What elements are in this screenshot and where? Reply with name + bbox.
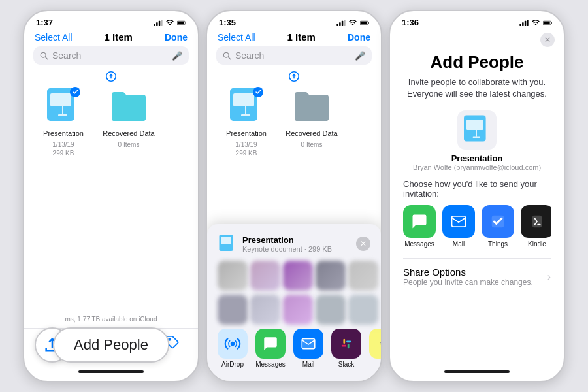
mail-svg — [300, 335, 317, 352]
invite-kindle[interactable]: Kindle — [521, 205, 551, 248]
slack-label: Slack — [338, 361, 354, 368]
svg-rect-2 — [159, 20, 161, 25]
inv-kindle-svg — [528, 212, 546, 231]
storage-status-1: ms, 1.77 TB available on iCloud — [24, 316, 198, 323]
file-label-recovered-1: Recovered Data — [103, 129, 155, 138]
keynote-icon-2 — [227, 87, 266, 126]
file-item-recovered-2[interactable]: Recovered Data 0 Items — [286, 87, 338, 157]
invite-apps-row: Messages Mail Things — [403, 205, 551, 248]
invite-mail[interactable]: Mail — [442, 205, 475, 248]
svg-rect-32 — [241, 114, 250, 116]
share-options-row[interactable]: Share Options People you invite can make… — [403, 258, 551, 295]
svg-rect-0 — [154, 24, 155, 25]
add-people-title: Add People — [403, 52, 551, 73]
thumb-2 — [250, 261, 280, 291]
home-indicator-wrap-3 — [390, 363, 564, 381]
share-messages[interactable]: Messages — [255, 329, 286, 368]
file-item-presentation-1[interactable]: Presentation 1/13/19 299 KB — [37, 87, 90, 157]
phone-3: 1:36 ✕ Add People Invite people to colla… — [389, 10, 565, 382]
file-icon-presentation-2 — [227, 87, 266, 126]
phone-2: 1:35 Select All 1 Item Done Search 🎤 — [206, 10, 382, 382]
invite-kindle-icon — [521, 205, 551, 238]
send-invitation-label: Choose how you'd like to send your invit… — [403, 179, 551, 199]
select-all-btn-2[interactable]: Select All — [218, 32, 255, 42]
slack-svg — [339, 336, 353, 351]
share-sheet: Presentation Keynote document · 299 KB ✕ — [207, 224, 381, 381]
svg-point-6 — [41, 52, 46, 57]
done-btn-2[interactable]: Done — [348, 32, 370, 42]
svg-rect-55 — [473, 137, 480, 138]
thumb-6 — [218, 295, 248, 325]
nav-bar-2: Select All 1 Item Done — [207, 30, 381, 46]
search-placeholder-2: Search — [235, 50, 351, 61]
file-item-recovered-1[interactable]: Recovered Data 0 Items — [103, 87, 155, 157]
svg-rect-13 — [58, 114, 67, 116]
share-snap[interactable]: Sn — [369, 329, 382, 368]
search-bar-2[interactable]: Search 🎤 — [216, 46, 372, 65]
done-btn-1[interactable]: Done — [165, 32, 188, 42]
messages-label: Messages — [255, 361, 286, 368]
pres-icon-box — [457, 110, 497, 150]
airdrop-icon-bg — [218, 329, 248, 359]
svg-rect-53 — [466, 120, 483, 130]
inv-messages-label: Messages — [404, 240, 434, 248]
presentation-preview: Presentation Bryan Wolfe (bryanmwolfe@ic… — [403, 110, 551, 171]
thumb-8 — [283, 295, 313, 325]
select-all-btn-1[interactable]: Select All — [35, 32, 73, 42]
mic-icon-2: 🎤 — [355, 51, 365, 61]
upload-icon-1 — [106, 71, 116, 82]
svg-rect-44 — [342, 345, 346, 347]
inv-things-svg — [489, 212, 507, 231]
invite-messages[interactable]: Messages — [403, 205, 436, 248]
thumb-1 — [218, 261, 248, 291]
invite-messages-icon — [403, 205, 436, 238]
svg-rect-3 — [161, 20, 163, 26]
inv-kindle-label: Kindle — [528, 240, 546, 248]
svg-rect-31 — [245, 106, 246, 114]
svg-line-7 — [45, 57, 47, 59]
file-label-presentation-2: Presentation — [226, 129, 267, 138]
time-1: 1:37 — [36, 18, 53, 27]
svg-rect-19 — [336, 24, 338, 25]
folder-icon-1 — [109, 87, 148, 123]
battery-icon-3 — [543, 20, 552, 26]
home-indicator-3 — [444, 370, 510, 373]
time-2: 1:35 — [219, 18, 236, 27]
svg-rect-47 — [522, 22, 524, 26]
invite-things[interactable]: Things — [482, 205, 514, 248]
signal-icon-2 — [336, 20, 346, 26]
close-btn-3[interactable]: ✕ — [540, 33, 555, 47]
item-count-1: 1 Item — [105, 31, 133, 42]
file-item-presentation-2[interactable]: Presentation 1/13/19 299 KB — [220, 87, 272, 157]
search-bar-1[interactable]: Search 🎤 — [33, 46, 189, 65]
status-bar-2: 1:35 — [207, 11, 381, 30]
pres-keynote-icon — [461, 114, 493, 146]
files-grid-1: Presentation 1/13/19 299 KB Recovered Da… — [24, 87, 198, 164]
share-mail[interactable]: Mail — [293, 329, 323, 368]
mail-label: Mail — [302, 361, 314, 368]
svg-rect-56 — [452, 216, 466, 227]
thumb-row-2 — [218, 295, 370, 325]
svg-rect-22 — [344, 20, 346, 26]
file-meta-presentation-1: 1/13/19 299 KB — [52, 140, 74, 157]
share-airdrop[interactable]: AirDrop — [218, 329, 248, 368]
svg-rect-24 — [361, 21, 367, 24]
battery-icon-2 — [360, 20, 369, 26]
share-slack[interactable]: Slack — [331, 329, 361, 368]
home-indicator-wrap-1 — [24, 363, 198, 381]
share-options-sub: People you invite can make changes. — [403, 278, 533, 287]
share-options-info: Share Options People you invite can make… — [403, 267, 533, 287]
svg-rect-12 — [62, 106, 63, 114]
upload-indicator-1 — [24, 70, 198, 87]
airdrop-label: AirDrop — [221, 361, 244, 368]
share-sheet-file-info: Presentation Keynote document · 299 KB — [218, 232, 332, 255]
upload-icon-2 — [289, 71, 299, 82]
snap-icon-bg — [369, 329, 382, 359]
svg-line-26 — [228, 57, 230, 59]
share-sheet-close[interactable]: ✕ — [356, 237, 370, 251]
svg-rect-42 — [343, 339, 345, 344]
time-3: 1:36 — [402, 18, 419, 27]
add-people-bubble[interactable]: Add People — [53, 327, 169, 363]
share-sheet-header: Presentation Keynote document · 299 KB ✕ — [218, 232, 370, 255]
svg-rect-1 — [156, 22, 158, 26]
